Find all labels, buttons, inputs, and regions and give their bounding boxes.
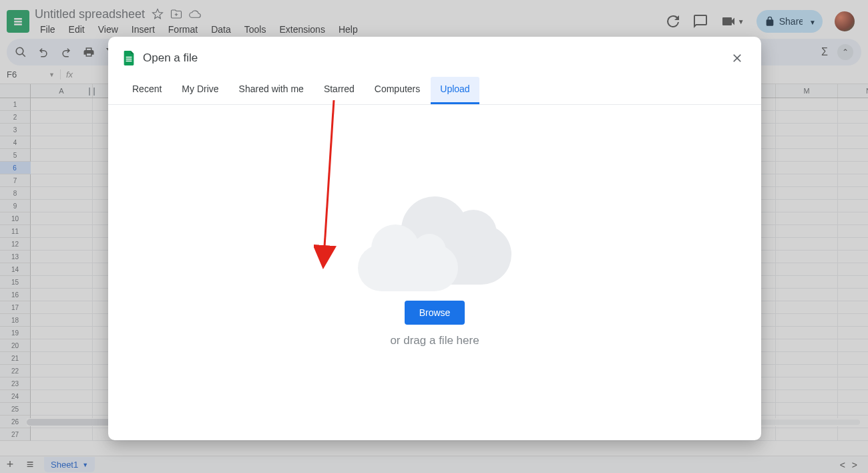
cell[interactable] — [838, 174, 868, 187]
row-header[interactable]: 6 — [0, 162, 31, 174]
cell[interactable] — [31, 124, 93, 136]
cell[interactable] — [838, 263, 868, 276]
cell[interactable] — [838, 339, 868, 352]
cell[interactable] — [776, 200, 838, 212]
cell[interactable] — [31, 352, 93, 365]
row-header[interactable]: 9 — [0, 200, 31, 212]
row-header[interactable]: 8 — [0, 187, 31, 200]
column-header[interactable]: A — [31, 84, 93, 98]
close-button[interactable] — [728, 49, 746, 67]
share-dropdown[interactable]: ▼ — [803, 10, 823, 33]
cell[interactable] — [838, 200, 868, 212]
menu-edit[interactable]: Edit — [63, 23, 90, 36]
cell[interactable] — [776, 276, 838, 289]
doc-title[interactable]: Untitled spreadsheet — [35, 7, 145, 21]
column-header[interactable]: M — [776, 84, 838, 98]
menu-format[interactable]: Format — [163, 23, 203, 36]
menu-help[interactable]: Help — [333, 23, 363, 36]
upload-panel[interactable]: Browse or drag a file here — [108, 105, 761, 440]
browse-button[interactable]: Browse — [405, 301, 465, 325]
undo-icon[interactable] — [37, 46, 49, 58]
add-sheet-button[interactable]: + — [0, 458, 20, 472]
cell[interactable] — [31, 174, 93, 187]
cell[interactable] — [776, 327, 838, 339]
print-icon[interactable] — [83, 46, 95, 58]
redo-icon[interactable] — [60, 46, 72, 58]
cell[interactable] — [776, 251, 838, 263]
cell[interactable] — [776, 187, 838, 200]
cell[interactable] — [776, 162, 838, 174]
tab-shared-with-me[interactable]: Shared with me — [230, 77, 313, 104]
menu-file[interactable]: File — [35, 23, 61, 36]
cell[interactable] — [776, 136, 838, 149]
cell[interactable] — [31, 225, 93, 238]
cell[interactable] — [776, 314, 838, 327]
cell[interactable] — [31, 187, 93, 200]
cell[interactable] — [31, 314, 93, 327]
cell[interactable] — [31, 289, 93, 301]
cell[interactable] — [776, 301, 838, 314]
row-header[interactable]: 5 — [0, 149, 31, 162]
row-header[interactable]: 13 — [0, 251, 31, 263]
tab-computers[interactable]: Computers — [365, 77, 429, 104]
cell[interactable] — [776, 174, 838, 187]
cell[interactable] — [838, 352, 868, 365]
cell[interactable] — [776, 124, 838, 136]
cell[interactable] — [838, 212, 868, 225]
row-header[interactable]: 23 — [0, 377, 31, 390]
row-header[interactable]: 11 — [0, 225, 31, 238]
cell[interactable] — [31, 365, 93, 377]
cell[interactable] — [838, 251, 868, 263]
functions-icon[interactable]: Σ — [821, 46, 828, 58]
meet-icon[interactable] — [720, 13, 736, 29]
cell[interactable] — [838, 377, 868, 390]
cell[interactable] — [838, 301, 868, 314]
cell[interactable] — [838, 390, 868, 403]
cell[interactable] — [31, 111, 93, 124]
cell[interactable] — [31, 149, 93, 162]
comments-icon[interactable] — [692, 13, 708, 29]
row-header[interactable]: 18 — [0, 314, 31, 327]
row-header[interactable]: 20 — [0, 339, 31, 352]
cell[interactable] — [776, 365, 838, 377]
cell[interactable] — [838, 428, 868, 441]
scroll-sheets-left-icon[interactable]: < — [840, 460, 845, 470]
cell[interactable] — [838, 238, 868, 251]
cell[interactable] — [838, 149, 868, 162]
row-header[interactable]: 1 — [0, 98, 31, 111]
menu-tools[interactable]: Tools — [239, 23, 272, 36]
cell[interactable] — [31, 200, 93, 212]
cell[interactable] — [776, 352, 838, 365]
sheet-tab[interactable]: Sheet1 ▼ — [44, 457, 95, 472]
row-header[interactable]: 14 — [0, 263, 31, 276]
cell[interactable] — [31, 162, 93, 174]
row-header[interactable]: 15 — [0, 276, 31, 289]
row-header[interactable]: 7 — [0, 174, 31, 187]
sheets-logo-icon[interactable] — [7, 10, 29, 33]
cell[interactable] — [31, 136, 93, 149]
cell[interactable] — [776, 238, 838, 251]
collapse-toolbar-icon[interactable]: ⌃ — [837, 44, 853, 60]
row-header[interactable]: 10 — [0, 212, 31, 225]
row-header[interactable]: 27 — [0, 428, 31, 441]
cell[interactable] — [31, 428, 93, 441]
cell[interactable] — [838, 289, 868, 301]
row-headers[interactable]: 1234567891011121314151617181920212223242… — [0, 98, 31, 441]
cell[interactable] — [838, 403, 868, 416]
cell[interactable] — [776, 428, 838, 441]
cell[interactable] — [776, 225, 838, 238]
row-header[interactable]: 22 — [0, 365, 31, 377]
cell[interactable] — [838, 136, 868, 149]
cell[interactable] — [31, 238, 93, 251]
cell[interactable] — [31, 251, 93, 263]
cloud-status-icon[interactable] — [189, 8, 201, 20]
cell[interactable] — [31, 390, 93, 403]
menu-view[interactable]: View — [93, 23, 124, 36]
cell[interactable] — [776, 289, 838, 301]
menu-data[interactable]: Data — [206, 23, 236, 36]
row-header[interactable]: 17 — [0, 301, 31, 314]
row-header[interactable]: 21 — [0, 352, 31, 365]
row-header[interactable]: 24 — [0, 390, 31, 403]
cell[interactable] — [31, 403, 93, 416]
tab-my-drive[interactable]: My Drive — [172, 77, 228, 104]
